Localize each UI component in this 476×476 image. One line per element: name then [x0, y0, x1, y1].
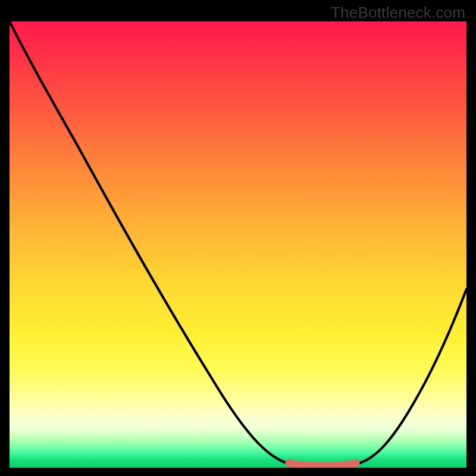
bottleneck-curve-path: [10, 21, 466, 465]
chart-svg: [10, 21, 466, 468]
watermark-text: TheBottleneck.com: [331, 4, 465, 22]
bottleneck-highlight-path: [289, 463, 356, 466]
chart-frame: [10, 21, 466, 468]
